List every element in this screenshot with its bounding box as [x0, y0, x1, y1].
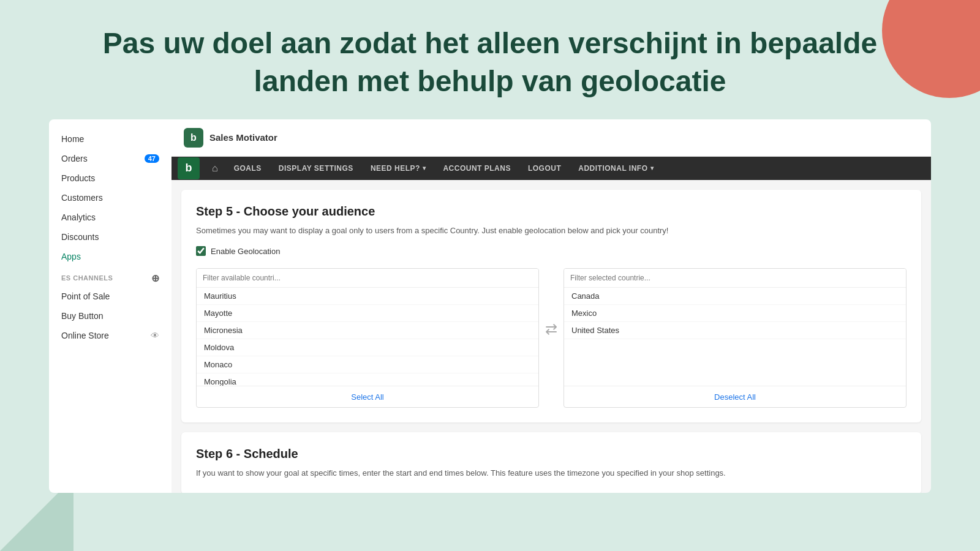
deselect-all-link[interactable]: Deselect All [714, 392, 756, 402]
geolocation-label[interactable]: Enable Geolocation [211, 247, 280, 256]
step5-card: Step 5 - Choose your audience Sometimes … [181, 190, 921, 423]
orders-badge: 47 [145, 154, 159, 163]
add-sales-channel-icon[interactable]: ⊕ [151, 272, 160, 284]
available-country-item[interactable]: Monaco [197, 356, 538, 373]
need-help-chevron-icon: ▾ [423, 165, 426, 171]
selected-filter-input[interactable] [564, 269, 906, 288]
additional-info-chevron-icon: ▾ [650, 165, 654, 171]
geolocation-checkbox[interactable] [196, 246, 206, 256]
sidebar-item-customers[interactable]: Customers [49, 188, 172, 208]
available-country-item[interactable]: Mayotte [197, 305, 538, 322]
nav-home-button[interactable]: ⌂ [205, 157, 225, 180]
selected-country-item[interactable]: Canada [564, 288, 906, 305]
transfer-arrows-icon: ⇄ [545, 321, 557, 338]
nav-item-additional-info[interactable]: ADDITIONAL INFO ▾ [570, 158, 662, 179]
available-country-item[interactable]: Micronesia [197, 322, 538, 339]
geolocation-row: Enable Geolocation [196, 246, 907, 256]
transfer-icon-col: ⇄ [539, 268, 564, 391]
selected-countries-col: CanadaMexicoUnited States Deselect All [564, 268, 907, 408]
app-panel: b Sales Motivator b ⌂ GOALS DISPLAY SETT… [172, 119, 931, 493]
sidebar-item-orders[interactable]: Orders 47 [49, 149, 172, 168]
selected-country-item[interactable]: United States [564, 322, 906, 339]
app-nav-logo: b [178, 157, 200, 179]
country-lists: MauritiusMayotteMicronesiaMoldovaMonacoM… [196, 268, 907, 408]
nav-item-display-settings[interactable]: DISPLAY SETTINGS [270, 158, 362, 179]
available-countries-list: MauritiusMayotteMicronesiaMoldovaMonacoM… [197, 288, 538, 386]
sidebar-item-home[interactable]: Home [49, 129, 172, 149]
selected-countries-list: CanadaMexicoUnited States [564, 288, 906, 386]
step5-title: Step 5 - Choose your audience [196, 204, 907, 219]
available-country-item[interactable]: Mongolia [197, 373, 538, 386]
sales-channels-section: ES CHANNELS ⊕ [49, 266, 172, 287]
sidebar-item-buy-button[interactable]: Buy Button [49, 306, 172, 326]
online-store-eye-icon: 👁 [151, 331, 159, 340]
available-countries-col: MauritiusMayotteMicronesiaMoldovaMonacoM… [196, 268, 539, 408]
available-country-item[interactable]: Moldova [197, 339, 538, 356]
app-logo: b [184, 128, 203, 148]
step5-description: Sometimes you may want to display a goal… [196, 225, 907, 237]
step6-description: If you want to show your goal at specifi… [196, 467, 907, 479]
step6-title: Step 6 - Schedule [196, 447, 907, 461]
selected-country-item[interactable]: Mexico [564, 305, 906, 322]
nav-item-need-help[interactable]: NEED HELP? ▾ [362, 158, 435, 179]
sidebar-item-pos[interactable]: Point of Sale [49, 287, 172, 306]
available-filter-input[interactable] [197, 269, 538, 288]
sidebar-item-online-store[interactable]: Online Store 👁 [49, 326, 172, 345]
sidebar: Home Orders 47 Products Customers Analyt… [49, 119, 172, 493]
app-title: Sales Motivator [209, 132, 277, 143]
available-footer: Select All [197, 386, 538, 407]
sidebar-item-products[interactable]: Products [49, 168, 172, 188]
nav-item-account-plans[interactable]: ACCOUNT PLANS [434, 158, 519, 179]
page-headline: Pas uw doel aan zodat het alleen verschi… [0, 0, 980, 119]
app-nav: b ⌂ GOALS DISPLAY SETTINGS NEED HELP? ▾ … [172, 157, 931, 180]
nav-item-goals[interactable]: GOALS [225, 158, 270, 179]
nav-item-logout[interactable]: LOGOUT [519, 158, 570, 179]
selected-footer: Deselect All [564, 386, 906, 407]
sidebar-item-discounts[interactable]: Discounts [49, 227, 172, 247]
select-all-link[interactable]: Select All [351, 392, 383, 402]
sidebar-item-apps[interactable]: Apps [49, 247, 172, 266]
available-country-item[interactable]: Mauritius [197, 288, 538, 305]
main-content: Home Orders 47 Products Customers Analyt… [49, 119, 931, 493]
sidebar-item-analytics[interactable]: Analytics [49, 208, 172, 227]
step6-card: Step 6 - Schedule If you want to show yo… [181, 432, 921, 493]
app-header: b Sales Motivator [172, 119, 931, 157]
